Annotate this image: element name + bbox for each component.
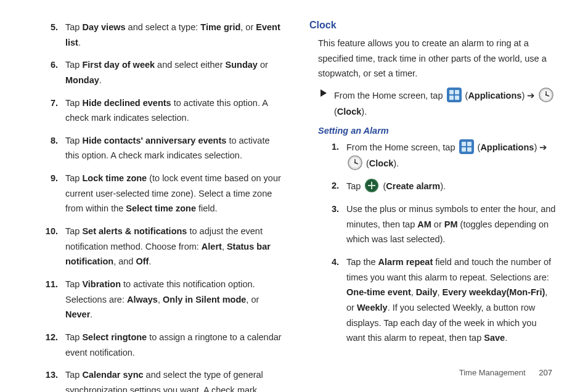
step-item: 13.Tap Calendar sync and select the type… (37, 367, 285, 392)
step-body: Tap Set alerts & notifications to adjust… (65, 224, 285, 269)
step-number: 12. (37, 330, 65, 345)
page-footer: Time Management 207 (459, 368, 552, 377)
svg-rect-15 (467, 147, 472, 152)
step-number: 6. (37, 57, 65, 73)
bold-term: First day of week (82, 60, 155, 70)
svg-rect-5 (455, 96, 459, 100)
bold-term: Create alarm (386, 181, 440, 191)
step-number: 7. (37, 96, 65, 111)
step-number: 9. (37, 171, 65, 186)
step-item: 7.Tap Hide declined events to activate t… (37, 96, 285, 126)
heading-setting-alarm: Setting an Alarm (318, 126, 557, 136)
step-number: 13. (37, 367, 65, 383)
step-body: Tap Select ringtone to assign a ringtone… (65, 330, 285, 360)
step-body: Tap (Create alarm). (346, 178, 557, 194)
step-item: 3.Use the plus or minus symbols to enter… (318, 202, 557, 247)
step-body: Tap First day of week and select either … (65, 57, 285, 88)
svg-rect-12 (462, 142, 466, 146)
heading-clock: Clock (309, 20, 557, 31)
step-number: 3. (318, 202, 346, 217)
left-column: 5.Tap Day views and select a type: Time … (37, 20, 285, 392)
step-number: 8. (37, 133, 65, 149)
bold-term: Time grid (200, 22, 240, 32)
svg-rect-14 (462, 147, 466, 152)
step-body: Tap Lock time zone (to lock event time b… (65, 171, 285, 216)
clock-icon (539, 88, 553, 102)
manual-page: 5.Tap Day views and select a type: Time … (0, 0, 588, 392)
step-item: 1.From the Home screen, tap (Application… (318, 139, 557, 171)
bold-term: Day views (82, 22, 125, 32)
columns: 5.Tap Day views and select a type: Time … (37, 20, 557, 392)
svg-rect-24 (368, 185, 375, 186)
step-body: Tap the Alarm repeat field and touch the… (346, 255, 557, 346)
step-body: Tap Calendar sync and select the type of… (65, 367, 285, 392)
svg-rect-2 (449, 90, 454, 94)
create-alarm-icon (364, 178, 379, 193)
bold-term: Alert (202, 242, 222, 251)
bold-term: Clock (369, 158, 394, 168)
right-column: Clock This feature allows you to create … (309, 20, 557, 392)
bold-term: Clock (337, 107, 362, 116)
bold-term: Calendar sync (82, 370, 143, 380)
bold-term: Select time zone (126, 203, 196, 213)
bold-term: Off (136, 256, 149, 266)
step-item: 9.Tap Lock time zone (to lock event time… (37, 171, 285, 216)
bold-term: Status bar notification (65, 242, 271, 267)
step-body: Use the plus or minus symbols to enter t… (346, 202, 557, 247)
applications-icon (447, 88, 462, 102)
step-number: 5. (37, 20, 65, 35)
bold-term: Never (65, 309, 90, 319)
svg-rect-3 (455, 90, 459, 94)
bold-term: Sunday (226, 60, 258, 70)
step-item: 5.Tap Day views and select a type: Time … (37, 20, 285, 50)
bold-term: Weekly (357, 303, 388, 312)
step-body: Tap Day views and select a type: Time gr… (65, 20, 285, 50)
bold-term: Applications (480, 142, 534, 152)
clock-icon (348, 155, 362, 170)
bold-term: Applications (468, 91, 521, 100)
svg-point-20 (354, 162, 356, 163)
step-item: 2.Tap (Create alarm). (318, 178, 557, 194)
clock-intro: This feature allows you to create an ala… (318, 36, 557, 81)
step-item: 6.Tap First day of week and select eithe… (37, 57, 285, 88)
bold-term: Lock time zone (82, 173, 147, 183)
bold-term: Hide contacts' anniversary events (82, 136, 226, 145)
bold-term: Save (484, 333, 505, 343)
bold-term: Every weekday(Mon-Fri) (443, 287, 545, 297)
step-body: Tap Hide contacts' anniversary events to… (65, 133, 285, 163)
triangle-bullet-icon (321, 88, 334, 97)
calendar-settings-steps: 5.Tap Day views and select a type: Time … (37, 20, 285, 392)
svg-point-10 (545, 94, 547, 96)
step-item: 11.Tap Vibration to activate this notifi… (37, 277, 285, 322)
svg-rect-4 (449, 96, 454, 100)
bold-term: Vibration (82, 279, 121, 289)
step-body: From the Home screen, tap (Applications)… (346, 139, 557, 171)
step-number: 1. (318, 139, 346, 155)
bold-term: Set alerts & notifications (82, 226, 187, 236)
step-item: 4.Tap the Alarm repeat field and touch t… (318, 255, 557, 346)
bold-term: PM (444, 219, 458, 229)
step-number: 2. (318, 178, 346, 194)
bold-term: Always (127, 295, 158, 304)
step-number: 10. (37, 224, 65, 239)
footer-page-number: 207 (539, 368, 552, 377)
alarm-setup-steps: 1.From the Home screen, tap (Application… (318, 139, 557, 346)
step-item: 12.Tap Select ringtone to assign a ringt… (37, 330, 285, 360)
clock-nav-bullet: From the Home screen, tap (Applications)… (321, 88, 557, 120)
step-body: Tap Hide declined events to activate thi… (65, 96, 285, 126)
step-item: 8.Tap Hide contacts' anniversary events … (37, 133, 285, 163)
svg-rect-13 (467, 142, 472, 146)
svg-rect-1 (447, 88, 462, 102)
bold-term: Monday (65, 75, 99, 85)
svg-marker-0 (321, 89, 327, 97)
bullet-text: From the Home screen, tap (Applications)… (334, 88, 557, 120)
bold-term: Only in Silent mode (163, 295, 246, 304)
bold-term: One-time event (346, 287, 411, 297)
bold-term: Daily (416, 287, 438, 297)
step-item: 10.Tap Set alerts & notifications to adj… (37, 224, 285, 269)
footer-section: Time Management (459, 368, 526, 377)
bold-term: Alarm repeat (378, 257, 433, 267)
step-number: 11. (37, 277, 65, 292)
step-body: Tap Vibration to activate this notificat… (65, 277, 285, 322)
svg-rect-11 (459, 139, 474, 154)
